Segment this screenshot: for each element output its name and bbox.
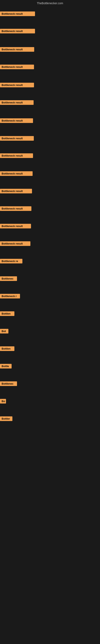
bottleneck-result-item[interactable]: Bottlenec [0,276,17,281]
bottleneck-result-item[interactable]: Bottleneck result [0,83,34,87]
bottleneck-result-item[interactable]: Bottleneck result [0,136,34,141]
bottleneck-result-item[interactable]: Bottleneck r [0,294,20,298]
site-header: TheBottlenecker.com [0,0,100,6]
bottleneck-result-item[interactable]: Bottleneck result [0,47,34,52]
bottleneck-result-item[interactable]: Bottleneck result [0,189,32,194]
bottleneck-result-item[interactable]: Bottler [0,416,12,421]
bottleneck-result-item[interactable]: Bottleneck result [0,12,35,16]
bottleneck-result-item[interactable]: Bottlen [0,311,14,316]
bottleneck-result-item[interactable]: Bottle [0,364,12,368]
bottleneck-result-item[interactable]: Bottleneck result [0,64,34,69]
bottleneck-result-item[interactable]: Bottleneck result [0,171,33,176]
bottleneck-result-item[interactable]: Bot [0,329,8,334]
bottleneck-result-item[interactable]: Bottleneck result [0,29,35,34]
bottleneck-result-item[interactable]: Bo [0,399,6,404]
bottleneck-result-item[interactable]: Bottleneck result [0,206,31,211]
bottleneck-result-item[interactable]: Bottlenec [0,381,17,386]
bottleneck-result-item[interactable]: Bottleneck result [0,153,33,158]
bottleneck-result-item[interactable]: Bottleneck result [0,224,31,228]
bottleneck-result-item[interactable]: Bottleneck re [0,259,22,264]
bottleneck-result-item[interactable]: Bottleneck result [0,241,30,246]
bottleneck-result-item[interactable]: Bottlen [0,346,14,351]
bottleneck-result-item[interactable]: Bottleneck result [0,118,33,123]
bottleneck-result-item[interactable]: Bottleneck result [0,100,34,105]
